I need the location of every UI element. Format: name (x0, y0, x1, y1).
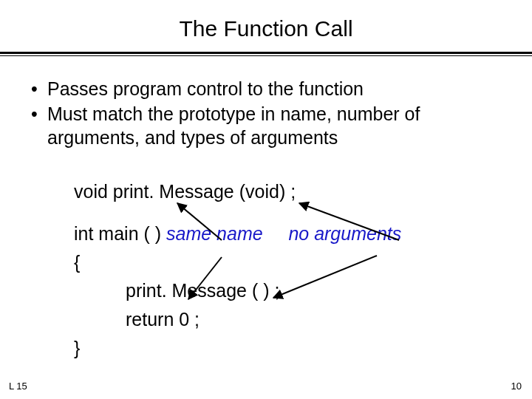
code-block: void print. Message (void) ; int main ( … (74, 177, 517, 363)
divider-thick (0, 52, 532, 54)
footer-right: 10 (511, 381, 522, 392)
code-prototype: void print. Message (void) ; (74, 177, 517, 206)
code-spacer (74, 206, 517, 219)
bullet-list: Passes program control to the function M… (31, 77, 532, 149)
code-return: return 0 ; (74, 305, 517, 334)
slide: The Function Call Passes program control… (0, 0, 532, 399)
bullet-item: Must match the prototype in name, number… (31, 102, 532, 149)
bullet-item: Passes program control to the function (31, 77, 532, 100)
code-brace-close: } (74, 334, 517, 363)
code-gap (263, 223, 289, 244)
divider-thin (0, 55, 532, 56)
footer-left: L 15 (9, 381, 27, 392)
annotation-same-name: same name (166, 223, 263, 244)
code-main-row: int main ( ) same name no arguments (74, 219, 517, 248)
slide-title: The Function Call (0, 0, 532, 52)
annotation-no-arguments: no arguments (288, 223, 401, 244)
code-brace-open: { (74, 248, 517, 277)
title-divider (0, 52, 532, 56)
code-main-sig: int main ( ) (74, 223, 166, 244)
code-call: print. Message ( ) ; (74, 276, 517, 305)
